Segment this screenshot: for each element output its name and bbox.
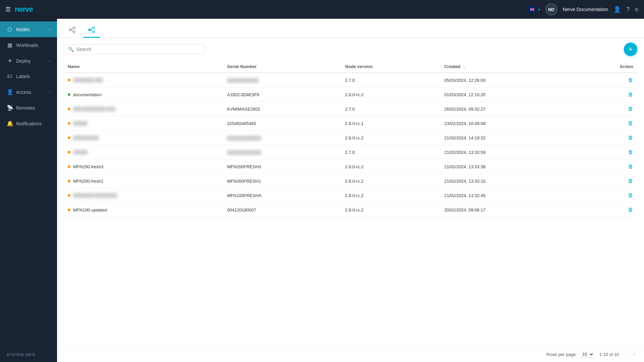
table-row: MFN100-updated 0041201800072.8.0-rc.220/… [64,203,637,217]
cell-name: █████████ [64,131,223,145]
sidebar-item-nodes-label: Nodes [16,27,30,32]
delete-button[interactable]: 🗑 [628,135,633,141]
svg-line-4 [71,30,73,32]
labels-icon: 🏷 [7,73,13,79]
logo: nerve [15,5,33,14]
serial-text: ████████████ [227,150,261,155]
nodes-table-container: Name Serial Number Node version Created … [57,61,644,346]
topnav-left: ☰ nerve [5,5,33,14]
delete-button[interactable]: 🗑 [628,92,633,98]
delete-button[interactable]: 🗑 [628,192,633,198]
rows-per-page-select[interactable]: 10 25 50 [580,351,594,358]
rows-per-page-label: Rows per page: [546,352,577,357]
node-name-text: █████████ [73,135,99,140]
cell-version: 2.7.0 [341,73,440,87]
user-profile-icon[interactable]: 👤 [613,6,621,13]
page-info: 1-10 of 10 [599,352,619,357]
sidebar-item-notifications[interactable]: 🔔 Notifications [0,116,57,131]
cell-created: 21/02/2024, 13:33:10 [440,174,577,188]
table-row: █████████ ████████████2.8.0-rc.221/02/20… [64,131,637,145]
col-created[interactable]: Created ↓ [440,61,577,73]
tab-node-detail[interactable] [83,23,100,38]
status-dot [68,108,70,110]
system-info-label[interactable]: SYSTEM INFO [0,347,57,362]
logout-icon[interactable]: ⎋ [635,6,639,13]
cell-action: 🗑 [577,203,637,217]
table-body: ███████ ███ ███████████2.7.005/03/2024, … [64,73,637,217]
sidebar-item-notifications-label: Notifications [16,121,42,126]
delete-button[interactable]: 🗑 [628,120,633,126]
node-name-text: MFN200-fresh3 [73,164,103,169]
cell-version: 2.8.0-rc.2 [341,188,440,203]
cell-version: 2.8.0-rc.2 [341,160,440,174]
cell-version: 2.8.0-rc.1 [341,116,440,131]
serial-text: MFN200FRESH1 [227,179,261,184]
cell-created: 20/02/2024, 09:06:17 [440,203,577,217]
sidebar-item-workloads[interactable]: ▦ Workloads [0,37,57,53]
user-avatar[interactable]: ND [545,3,557,15]
tab-nodes-list[interactable] [64,23,80,38]
cell-name: ███ ████████ ███ [64,102,223,116]
delete-button[interactable]: 🗑 [628,106,633,112]
delete-button[interactable]: 🗑 [628,207,633,213]
next-page-button[interactable]: › [632,351,637,358]
delete-button[interactable]: 🗑 [628,164,633,170]
help-icon[interactable]: ? [626,6,630,13]
table-row: MFN200-fresh1 MFN200FRESH12.8.0-rc.221/0… [64,174,637,188]
node-detail-tab-icon [87,25,96,34]
node-name-text: MFN100-updated [73,207,107,213]
svg-point-10 [89,29,90,31]
cell-serial: MFN100FRESHA [223,188,341,203]
delete-button[interactable]: 🗑 [628,178,633,184]
cell-name: documentation [64,87,223,102]
cell-version: 2.8.0-rc.2 [341,174,440,188]
prev-page-button[interactable]: ‹ [624,351,630,358]
svg-line-3 [71,28,73,30]
cell-serial: MFN200FRESH3 [223,160,341,174]
status-dot [68,151,70,154]
topnav: ☰ nerve 🇬🇧 ▾ ND Nerve Documentation 👤 ? … [0,0,644,19]
cell-action: 🗑 [577,160,637,174]
cell-name: ███████ ████████ [64,188,223,203]
cell-version: 2.7.0 [341,145,440,160]
hamburger-icon[interactable]: ☰ [5,6,11,13]
svg-point-2 [73,31,75,33]
user-name[interactable]: Nerve Documentation [563,7,608,12]
search-box[interactable]: 🔍 [64,44,205,54]
cell-action: 🗑 [577,87,637,102]
sidebar-item-remotes[interactable]: 📡 Remotes [0,100,57,116]
svg-line-8 [91,28,93,30]
delete-button[interactable]: 🗑 [628,149,633,155]
cell-action: 🗑 [577,116,637,131]
col-action: Action [577,61,637,73]
add-node-button[interactable]: + [624,43,637,56]
deploy-icon: ✈ [7,58,13,64]
cell-version: 2.7.0 [341,102,440,116]
app-body: ⬡ Nodes › ▦ Workloads ✈ Deploy › 🏷 Label… [0,19,644,362]
cell-serial: 004120180007 [223,203,341,217]
topnav-right: 🇬🇧 ▾ ND Nerve Documentation 👤 ? ⎋ [528,3,639,15]
delete-button[interactable]: 🗑 [628,77,633,83]
status-dot [68,165,70,168]
sidebar: ⬡ Nodes › ▦ Workloads ✈ Deploy › 🏷 Label… [0,19,57,362]
pagination: Rows per page: 10 25 50 1-10 of 10 ‹ › [57,346,644,362]
language-selector[interactable]: 🇬🇧 ▾ [528,6,540,12]
sidebar-item-labels[interactable]: 🏷 Labels [0,69,57,84]
status-dot [68,180,70,182]
sidebar-item-access[interactable]: 👤 Access › [0,84,57,100]
cell-version: 2.8.0-rc.2 [341,87,440,102]
logo-text: nerve [15,5,33,14]
status-dot [68,136,70,139]
sidebar-item-deploy-label: Deploy [16,58,31,64]
search-input[interactable] [76,47,200,52]
serial-text: 325465465465 [227,121,256,126]
sidebar-item-nodes[interactable]: ⬡ Nodes › [0,21,57,37]
cell-created: 23/02/2024, 10:49:08 [440,116,577,131]
page-navigation: ‹ › [624,351,637,358]
table-row: MFN200-fresh3 MFN200FRESH32.8.0-rc.221/0… [64,160,637,174]
svg-point-0 [69,29,71,31]
sidebar-item-deploy[interactable]: ✈ Deploy › [0,53,57,69]
cell-serial: MFN200FRESH1 [223,174,341,188]
status-dot [68,122,70,125]
node-name-text: █████ [73,150,88,155]
